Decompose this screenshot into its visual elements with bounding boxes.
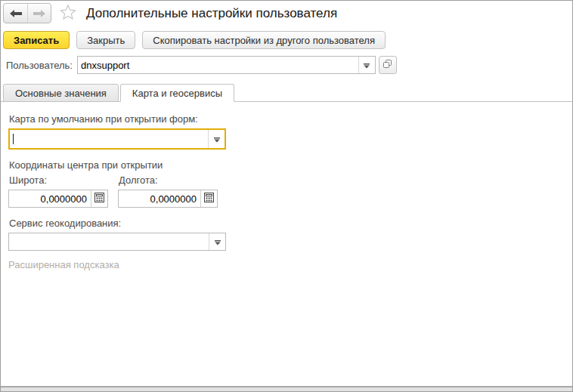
tab-label: Основные значения bbox=[15, 88, 107, 99]
chevron-down-icon bbox=[214, 235, 221, 248]
default-map-label: Карта по умолчанию при открытии форм: bbox=[9, 113, 572, 125]
page-title: Дополнительные настройки пользователя bbox=[86, 6, 337, 21]
latitude-label: Широта: bbox=[9, 174, 108, 186]
forward-button[interactable] bbox=[27, 4, 51, 23]
calculator-icon bbox=[94, 192, 104, 205]
geocoding-label: Сервис геокодирования: bbox=[9, 218, 572, 229]
copy-settings-button[interactable]: Скопировать настройки из другого пользов… bbox=[142, 31, 386, 49]
close-button[interactable]: Закрыть bbox=[76, 31, 135, 49]
longitude-field bbox=[118, 190, 218, 208]
user-input[interactable] bbox=[78, 57, 358, 73]
default-map-combo-field bbox=[8, 128, 226, 150]
back-button[interactable] bbox=[4, 4, 27, 23]
user-field-row: Пользователь: bbox=[6, 56, 572, 74]
open-in-window-icon bbox=[383, 58, 392, 72]
geocoding-input[interactable] bbox=[9, 233, 209, 250]
coordinates-row: Широта: Долгота: bbox=[8, 174, 572, 208]
longitude-calculator-button[interactable] bbox=[200, 190, 217, 207]
back-arrow-icon bbox=[10, 7, 22, 20]
longitude-label: Долгота: bbox=[119, 174, 218, 186]
tab-label: Карта и геосервисы bbox=[132, 88, 222, 99]
star-icon bbox=[59, 3, 77, 24]
tab-main-values[interactable]: Основные значения bbox=[3, 84, 119, 102]
window-bottom-frame bbox=[1, 386, 572, 391]
user-dropdown-button[interactable] bbox=[358, 57, 375, 73]
toolbar: Записать Закрыть Скопировать настройки и… bbox=[1, 24, 572, 49]
favorite-toggle[interactable] bbox=[59, 3, 77, 24]
chevron-down-icon bbox=[213, 132, 221, 146]
latitude-field bbox=[8, 190, 108, 208]
window-header: Дополнительные настройки пользователя bbox=[1, 1, 572, 24]
history-nav-group bbox=[3, 3, 51, 23]
geocoding-dropdown-button[interactable] bbox=[209, 233, 225, 250]
extended-tooltip-link[interactable]: Расширенная подсказка bbox=[8, 259, 572, 270]
tab-bar: Основные значения Карта и геосервисы bbox=[1, 84, 572, 102]
additional-user-settings-window: Дополнительные настройки пользователя За… bbox=[0, 0, 573, 392]
map-geoservices-panel: Карта по умолчанию при открытии форм: Ко… bbox=[1, 102, 572, 270]
chevron-down-icon bbox=[363, 58, 370, 72]
latitude-group: Широта: bbox=[8, 174, 108, 208]
latitude-calculator-button[interactable] bbox=[91, 190, 107, 207]
default-map-input[interactable] bbox=[14, 130, 208, 148]
open-user-button[interactable] bbox=[379, 56, 397, 74]
save-button[interactable]: Записать bbox=[3, 31, 70, 49]
geocoding-combo-field bbox=[8, 233, 226, 251]
tab-map-geoservices[interactable]: Карта и геосервисы bbox=[120, 84, 234, 102]
forward-arrow-icon bbox=[33, 7, 45, 20]
longitude-input[interactable] bbox=[119, 190, 200, 207]
coords-section-label: Координаты центра при открытии bbox=[9, 159, 572, 171]
longitude-group: Долгота: bbox=[118, 174, 218, 208]
default-map-dropdown-button[interactable] bbox=[208, 130, 225, 148]
user-field-label: Пользователь: bbox=[6, 60, 73, 71]
latitude-input[interactable] bbox=[9, 190, 91, 207]
user-combo-field bbox=[77, 56, 376, 74]
calculator-icon bbox=[204, 192, 214, 205]
